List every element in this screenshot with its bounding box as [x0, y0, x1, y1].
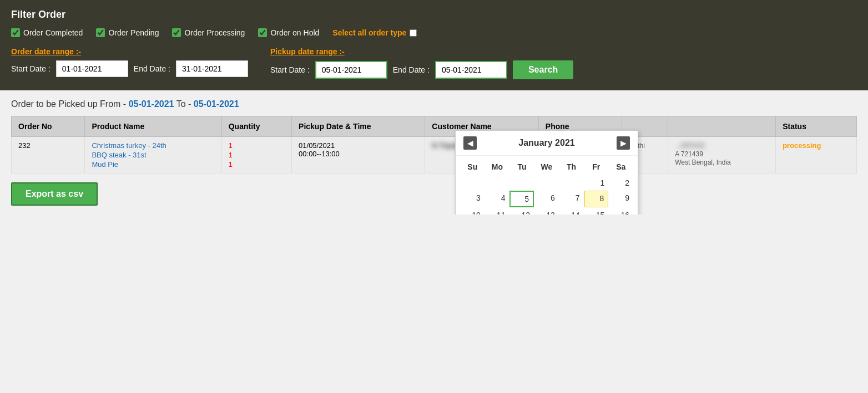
calendar-day-cell[interactable]: 7	[559, 191, 584, 207]
product-item-1: Christmas turkey - 24th	[92, 141, 214, 150]
select-all-label[interactable]: Select all order type	[332, 28, 417, 37]
pickup-from-date: 05-01-2021	[129, 99, 174, 109]
order-date-range-section: Order date range :- Start Date : End Dat…	[11, 47, 248, 77]
order-pending-checkbox[interactable]	[96, 28, 105, 37]
filter-title: Filter Order	[11, 9, 857, 21]
order-pending-label[interactable]: Order Pending	[96, 28, 159, 37]
col-extra2	[668, 116, 776, 137]
calendar-day-cell[interactable]: 9	[609, 191, 633, 207]
export-csv-button[interactable]: Export as csv	[11, 182, 98, 206]
cal-day-th: Th	[559, 160, 584, 173]
pickup-start-date-label: Start Date :	[270, 65, 310, 74]
cell-quantities: 1 1 1	[221, 137, 291, 173]
cell-address2: ...OFFICE A 721439 West Bengal, India	[668, 137, 776, 173]
calendar-prev-button[interactable]: ◀	[463, 136, 477, 150]
calendar-day-cell[interactable]: 13	[534, 208, 559, 215]
pickup-date-range-section: Pickup date range :- Start Date : End Da…	[270, 47, 573, 79]
order-date-range-label[interactable]: Order date range :-	[11, 47, 248, 56]
cal-day-mo: Mo	[485, 160, 510, 173]
col-quantity: Quantity	[221, 116, 291, 137]
calendar-day-cell	[534, 176, 559, 190]
col-order-no: Order No	[12, 116, 85, 137]
pickup-date-inputs: Start Date : End Date : Search	[270, 60, 573, 79]
order-completed-checkbox[interactable]	[11, 28, 20, 37]
col-status: Status	[776, 116, 857, 137]
calendar-day-cell	[509, 176, 534, 190]
calendar-day-cell[interactable]: 4	[485, 191, 509, 207]
order-on-hold-label[interactable]: Order on Hold	[258, 28, 319, 37]
calendar-day-cell[interactable]: 14	[559, 208, 584, 215]
order-processing-checkbox[interactable]	[172, 28, 181, 37]
pickup-to-date: 05-01-2021	[194, 99, 239, 109]
pickup-heading-static: Order to be Picked up	[11, 99, 98, 109]
cell-products: Christmas turkey - 24th BBQ steak - 31st…	[85, 137, 221, 173]
calendar-day-cell[interactable]: 6	[534, 191, 559, 207]
calendar-day-cell	[485, 176, 509, 190]
qty-item-1: 1	[229, 141, 285, 150]
calendar-day-cell[interactable]: 10	[460, 208, 485, 215]
export-section: Export as csv	[11, 173, 857, 206]
cal-day-fr: Fr	[584, 160, 609, 173]
search-button[interactable]: Search	[513, 60, 573, 79]
order-on-hold-checkbox[interactable]	[258, 28, 267, 37]
cell-pickup-date: 01/05/2021 00:00--13:00	[292, 137, 425, 173]
order-completed-label[interactable]: Order Completed	[11, 28, 83, 37]
pickup-start-date-input[interactable]	[315, 61, 387, 79]
calendar-day-cell	[460, 176, 485, 190]
cell-order-no: 232	[12, 137, 85, 173]
filter-panel: Filter Order Order Completed Order Pendi…	[0, 0, 868, 90]
qty-item-3: 1	[229, 160, 285, 169]
status-badge: processing	[783, 141, 821, 150]
order-date-inputs: Start Date : End Date :	[11, 60, 248, 77]
qty-list: 1 1 1	[229, 141, 285, 169]
pickup-end-date-input[interactable]	[435, 61, 507, 79]
orders-table: Order No Product Name Quantity Pickup Da…	[11, 116, 857, 173]
calendar-day-cell[interactable]: 1	[584, 176, 609, 190]
cal-day-tu: Tu	[509, 160, 534, 173]
calendar-day-cell[interactable]: 16	[609, 208, 633, 215]
col-product-name: Product Name	[85, 116, 221, 137]
calendar-dates-grid: 1234567891011121314151617181920212223242…	[460, 176, 633, 215]
order-start-date-input[interactable]	[56, 60, 128, 77]
checkbox-row: Order Completed Order Pending Order Proc…	[11, 28, 857, 37]
calendar-next-button[interactable]: ▶	[617, 136, 630, 150]
calendar-header: ◀ January 2021 ▶	[456, 131, 638, 156]
cal-day-sa: Sa	[608, 160, 633, 173]
select-all-checkbox[interactable]	[410, 29, 417, 37]
calendar-day-cell	[559, 176, 584, 190]
table-header-row: Order No Product Name Quantity Pickup Da…	[12, 116, 857, 137]
calendar-title: January 2021	[518, 138, 574, 148]
calendar-day-cell[interactable]: 8	[584, 191, 609, 207]
product-item-2: BBQ steak - 31st	[92, 151, 214, 159]
order-end-date-input[interactable]	[176, 60, 248, 77]
order-end-date-label: End Date :	[134, 64, 170, 73]
pickup-date-range-label[interactable]: Pickup date range :-	[270, 47, 573, 56]
content-area: Order to be Picked up From - 05-01-2021 …	[0, 90, 868, 215]
order-processing-label[interactable]: Order Processing	[172, 28, 245, 37]
calendar-day-cell[interactable]: 3	[460, 191, 485, 207]
calendar-day-cell[interactable]: 12	[509, 208, 534, 215]
product-item-3: Mud Pie	[92, 160, 214, 169]
calendar-popup: ◀ January 2021 ▶ Su Mo Tu We Th Fr Sa 12…	[455, 130, 638, 215]
pickup-end-date-label: End Date :	[393, 65, 430, 74]
cal-day-we: We	[534, 160, 559, 173]
date-range-row: Order date range :- Start Date : End Dat…	[11, 47, 857, 79]
calendar-day-cell[interactable]: 2	[609, 176, 633, 190]
calendar-grid: Su Mo Tu We Th Fr Sa 1234567891011121314…	[456, 156, 638, 215]
calendar-day-cell[interactable]: 15	[584, 208, 609, 215]
order-start-date-label: Start Date :	[11, 64, 51, 73]
calendar-day-cell[interactable]: 11	[485, 208, 509, 215]
cal-day-su: Su	[460, 160, 485, 173]
product-list: Christmas turkey - 24th BBQ steak - 31st…	[92, 141, 214, 169]
calendar-day-cell[interactable]: 5	[509, 191, 534, 207]
cell-status: processing	[776, 137, 857, 173]
table-row: 232 Christmas turkey - 24th BBQ steak - …	[12, 137, 857, 173]
col-pickup-date: Pickup Date & Time	[292, 116, 425, 137]
qty-item-2: 1	[229, 151, 285, 159]
calendar-days-header: Su Mo Tu We Th Fr Sa	[460, 160, 633, 173]
pickup-heading: Order to be Picked up From - 05-01-2021 …	[11, 99, 857, 109]
